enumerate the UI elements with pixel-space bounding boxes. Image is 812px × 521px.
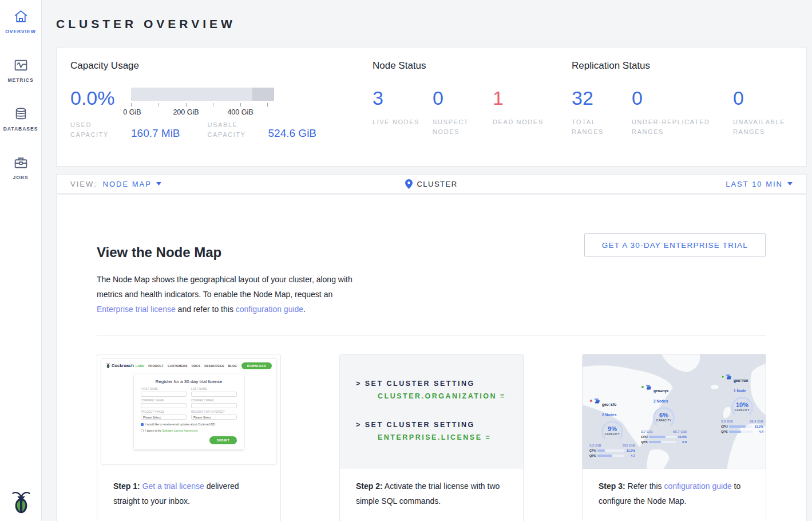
step-label: Step 2: <box>356 481 383 491</box>
total-gib: 36.4 GiB <box>750 420 763 423</box>
enterprise-trial-license-link[interactable]: Enterprise trial license <box>97 305 176 314</box>
suspect-nodes-label: SUSPECT NODES <box>433 117 485 137</box>
capacity-used-percent: 0.0% <box>70 88 131 108</box>
step-1-card: Cockroach LABS PRODUCT CUSTOMERS DOCS RE… <box>97 354 281 521</box>
divider <box>97 336 766 336</box>
get-trial-license-link[interactable]: Get a trial license <box>142 481 204 491</box>
capacity-usage-section: Capacity Usage 0.0% 0 GiB 200 GiB 400 Gi… <box>70 60 373 166</box>
total-gib: 65.7 GiB <box>673 430 687 433</box>
configuration-guide-link[interactable]: configuration guide <box>664 481 731 491</box>
nodes-stack-icon <box>726 374 732 380</box>
step-label: Step 3: <box>599 481 625 491</box>
page-title: CLUSTER OVERVIEW <box>56 8 807 39</box>
description-text: . <box>303 305 306 314</box>
axis-tick-label: 400 GiB <box>227 108 253 116</box>
used-gib: 3.6 GiB <box>721 420 733 423</box>
chevron-down-icon <box>787 182 793 185</box>
qps-value: 0.8 <box>678 440 687 444</box>
capacity-usage-title: Capacity Usage <box>70 60 373 72</box>
step-3-caption: Step 3: Refer this configuration guide t… <box>583 469 766 521</box>
configuration-guide-link[interactable]: configuration guide <box>236 305 303 314</box>
locality-widget-lon: geo=lon1 Node 10%CAPACITY 3.6 GiB36.4 Gi… <box>721 374 763 433</box>
sidebar-item-databases[interactable]: DATABASES <box>0 106 42 132</box>
checkbox-checked <box>141 423 144 426</box>
under-replicated-ranges-value: 0 <box>632 88 733 108</box>
cpu-value: 11.0% <box>626 449 635 452</box>
view-selector-value: NODE MAP <box>103 180 152 188</box>
field-label: COMPANY EMAIL <box>191 399 237 402</box>
sidebar-item-label: OVERVIEW <box>5 29 36 34</box>
cluster-summary-panel: Capacity Usage 0.0% 0 GiB 200 GiB 400 Gi… <box>56 47 807 167</box>
sql-command: > SET CLUSTER SETTING <box>356 380 523 388</box>
unavailable-ranges-label: UNAVAILABLE RANGES <box>733 117 786 137</box>
sidebar-item-metrics[interactable]: METRICS <box>0 58 42 83</box>
jobs-icon <box>13 155 29 171</box>
step-2-sql-snippet: > SET CLUSTER SETTING CLUSTER.ORGANIZATI… <box>340 354 523 469</box>
sql-command: > SET CLUSTER SETTING <box>356 421 523 429</box>
field-label: REASON FOR INTEREST <box>191 411 237 413</box>
sidebar-item-label: DATABASES <box>3 126 38 132</box>
used-capacity-label: USED CAPACITY <box>70 120 121 140</box>
locality-node-count: 1 Node <box>734 389 746 393</box>
live-nodes-label: LIVE NODES <box>373 117 425 127</box>
step-3-card: geo=sfo2 Nodes 9%CAPACITY 3.2 GiB351 GiB… <box>582 354 766 521</box>
locality-widget-nyc: geo=nyc2 Nodes 6%CAPACITY 3.7 GiB65.7 Gi… <box>641 384 687 444</box>
checkbox-unchecked <box>141 429 144 432</box>
location-pin-icon <box>405 179 413 189</box>
main-content: CLUSTER OVERVIEW Capacity Usage 0.0% 0 G… <box>42 0 812 521</box>
steps-row: Cockroach LABS PRODUCT CUSTOMERS DOCS RE… <box>97 354 766 521</box>
sidebar-item-jobs[interactable]: JOBS <box>0 155 42 180</box>
node-status-section: Node Status 3 LIVE NODES 0 SUSPECT NODES… <box>373 60 572 166</box>
time-range-value: LAST 10 MIN <box>726 180 783 188</box>
status-dot-dead <box>589 399 593 402</box>
qps-label: QPS <box>721 430 727 433</box>
text-input <box>191 403 237 408</box>
total-gib: 351 GiB <box>623 444 635 447</box>
databases-icon <box>13 106 29 122</box>
used-capacity-value: 160.7 MiB <box>131 127 180 140</box>
nav-item: RESOURCES <box>204 364 224 368</box>
sql-setting: CLUSTER.ORGANIZATION = <box>378 392 523 400</box>
download-pill: DOWNLOAD <box>241 362 272 369</box>
sql-setting: ENTERPRISE.LICENSE = <box>378 433 523 441</box>
step-1-screenshot: Cockroach LABS PRODUCT CUSTOMERS DOCS RE… <box>97 354 280 469</box>
step-1-caption: Step 1: Get a trial license delivered st… <box>97 469 280 521</box>
capacity-label: CAPACITY <box>729 409 755 412</box>
suspect-nodes-value: 0 <box>433 88 493 108</box>
field-label: LAST NAME <box>191 388 237 390</box>
total-ranges-label: TOTAL RANGES <box>572 117 624 137</box>
nav-item: PRODUCT <box>148 364 164 368</box>
locality-name: geo=lon <box>734 378 748 382</box>
mini-site-nav: PRODUCT CUSTOMERS DOCS RESOURCES BLOG <box>148 364 237 368</box>
field-label: FIRST NAME <box>141 388 187 390</box>
capacity-label: CAPACITY <box>599 433 625 436</box>
description-text: The Node Map shows the geographical layo… <box>97 275 352 299</box>
locality-node-count: 2 Nodes <box>653 399 668 403</box>
view-selector-dropdown[interactable]: NODE MAP <box>103 180 161 188</box>
usable-capacity-value: 524.6 GiB <box>268 127 317 140</box>
sidebar-item-overview[interactable]: OVERVIEW <box>0 9 42 34</box>
dead-nodes-label: DEAD NODES <box>493 117 545 127</box>
qps-label: QPS <box>641 440 647 444</box>
locality-name: geo=sfo <box>602 402 616 406</box>
time-range-dropdown[interactable]: LAST 10 MIN <box>726 180 793 188</box>
nodes-stack-icon <box>646 384 652 390</box>
view-label: VIEW: <box>70 180 97 188</box>
sidebar-item-label: METRICS <box>7 77 33 83</box>
text-input <box>141 392 187 397</box>
replication-status-title: Replication Status <box>572 60 806 72</box>
cpu-label: CPU <box>589 449 596 452</box>
used-gib: 3.7 GiB <box>641 430 653 433</box>
live-nodes-value: 3 <box>373 88 433 108</box>
submit-pill: SUBMIT <box>209 436 237 444</box>
description-text: and refer to this <box>176 305 236 314</box>
cockroachdb-logo <box>0 490 42 514</box>
nav-item: BLOG <box>228 364 237 368</box>
node-map-description: The Node Map shows the geographical layo… <box>97 272 365 317</box>
status-dot-live <box>641 385 644 389</box>
locality-widget-sfo: geo=sfo2 Nodes 9%CAPACITY 3.2 GiB351 GiB… <box>589 398 635 457</box>
capacity-percent: 10% <box>729 397 755 408</box>
enterprise-trial-button[interactable]: GET A 30-DAY ENTERPRISE TRIAL <box>584 233 766 257</box>
capacity-percent: 6% <box>651 407 677 419</box>
home-icon <box>13 9 29 25</box>
